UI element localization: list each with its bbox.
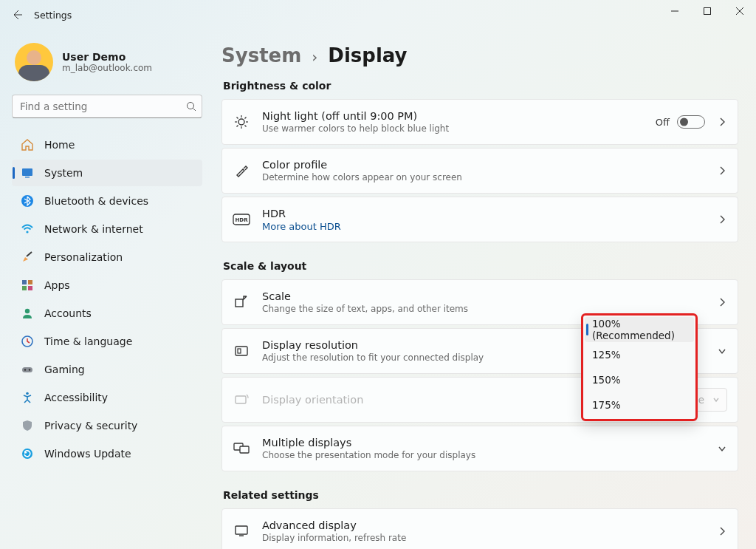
toggle-label: Off <box>656 117 670 128</box>
svg-text:HDR: HDR <box>235 217 248 223</box>
chevron-right-icon <box>717 297 727 307</box>
svg-point-14 <box>29 369 30 370</box>
toggle-switch[interactable] <box>677 115 705 129</box>
chevron-down-icon <box>717 443 727 454</box>
wifi-icon <box>21 222 34 236</box>
resolution-icon <box>233 343 250 359</box>
sidebar-item-label: System <box>44 167 83 179</box>
svg-point-15 <box>26 392 29 395</box>
sync-icon <box>21 447 34 460</box>
paintbrush-icon <box>21 250 34 264</box>
sidebar-item-label: Gaming <box>44 364 85 375</box>
dropdown-option[interactable]: 150% <box>585 367 694 392</box>
card-multiple-displays[interactable]: Multiple displays Choose the presentatio… <box>221 426 738 471</box>
monitor-icon <box>233 523 250 539</box>
svg-rect-20 <box>236 299 243 307</box>
home-icon <box>21 138 34 151</box>
svg-rect-9 <box>28 286 32 290</box>
card-title: Display orientation <box>262 394 630 406</box>
svg-rect-21 <box>236 347 247 355</box>
minimize-button[interactable] <box>659 0 691 22</box>
sidebar-item-label: Privacy & security <box>44 420 137 432</box>
section-brightness-color: Brightness & color <box>223 80 738 92</box>
chevron-right-icon <box>717 526 727 536</box>
back-button[interactable] <box>4 2 30 27</box>
avatar <box>15 43 53 81</box>
sidebar-item-accessibility[interactable]: Accessibility <box>12 384 202 411</box>
card-subtitle: Determine how colors appear on your scre… <box>262 172 705 183</box>
card-subtitle: Use warmer colors to help block blue lig… <box>262 123 644 134</box>
sidebar-item-accounts[interactable]: Accounts <box>12 300 202 327</box>
night-light-icon <box>233 114 250 130</box>
gamepad-icon <box>21 363 34 376</box>
svg-point-10 <box>25 309 30 313</box>
chevron-right-icon <box>717 166 727 176</box>
apps-icon <box>21 279 34 292</box>
svg-point-13 <box>24 369 26 370</box>
sidebar-item-apps[interactable]: Apps <box>12 272 202 299</box>
multi-display-icon <box>233 441 250 456</box>
svg-point-5 <box>26 231 28 233</box>
chevron-right-icon: › <box>312 48 317 66</box>
close-button[interactable] <box>724 0 756 22</box>
scale-icon <box>233 294 250 310</box>
section-scale-layout: Scale & layout <box>223 260 738 272</box>
svg-point-17 <box>238 119 244 125</box>
chevron-down-icon <box>717 346 727 356</box>
sidebar-item-label: Personalization <box>44 251 123 263</box>
card-subtitle: Choose the presentation mode for your di… <box>262 450 705 460</box>
card-night-light[interactable]: Night light (off until 9:00 PM) Use warm… <box>221 99 738 145</box>
sidebar-item-label: Home <box>44 139 75 151</box>
breadcrumb-parent[interactable]: System <box>221 44 301 67</box>
chevron-down-icon <box>712 395 721 404</box>
dropdown-option[interactable]: 175% <box>585 392 694 417</box>
svg-rect-23 <box>236 396 246 403</box>
breadcrumb-current: Display <box>328 44 407 67</box>
sidebar-item-bluetooth[interactable]: Bluetooth & devices <box>12 188 202 214</box>
search-icon <box>186 101 196 112</box>
sidebar-item-label: Apps <box>44 279 70 291</box>
card-subtitle: Display information, refresh rate <box>262 533 705 543</box>
chevron-right-icon <box>717 117 727 127</box>
scale-dropdown[interactable]: 100% (Recommended) 125% 150% 175% <box>581 313 698 421</box>
user-profile[interactable]: User Demo m_lab@outlook.com <box>15 43 202 81</box>
person-icon <box>21 307 34 320</box>
sidebar-item-label: Accounts <box>44 307 92 319</box>
svg-rect-22 <box>238 349 241 353</box>
search-input[interactable] <box>12 95 202 118</box>
card-title: Night light (off until 9:00 PM) <box>262 110 644 122</box>
breadcrumb: System › Display <box>221 44 738 67</box>
card-subtitle: Change the size of text, apps, and other… <box>262 304 705 314</box>
sidebar-item-gaming[interactable]: Gaming <box>12 356 202 383</box>
sidebar-item-windows-update[interactable]: Windows Update <box>12 440 202 467</box>
card-title: Color profile <box>262 159 705 171</box>
hdr-more-link[interactable]: More about HDR <box>262 221 705 232</box>
card-title: Advanced display <box>262 519 705 531</box>
card-advanced-display[interactable]: Advanced display Display information, re… <box>221 508 738 549</box>
svg-rect-7 <box>28 280 32 284</box>
card-color-profile[interactable]: Color profile Determine how colors appea… <box>221 148 738 194</box>
sidebar-nav: Home System Bluetooth & devices Network … <box>12 132 202 467</box>
svg-rect-8 <box>22 286 27 290</box>
dropdown-option[interactable]: 100% (Recommended) <box>585 317 694 342</box>
card-hdr[interactable]: HDR HDR More about HDR <box>221 197 738 242</box>
search-box[interactable] <box>12 95 202 118</box>
section-related: Related settings <box>223 489 738 501</box>
sidebar-item-label: Windows Update <box>44 448 131 460</box>
window-title: Settings <box>34 10 72 21</box>
dropdown-option[interactable]: 125% <box>585 342 694 367</box>
accessibility-icon <box>21 391 34 404</box>
sidebar-item-system[interactable]: System <box>12 160 202 186</box>
night-light-toggle[interactable]: Off <box>656 115 705 129</box>
sidebar-item-personalization[interactable]: Personalization <box>12 244 202 270</box>
svg-rect-2 <box>22 168 32 176</box>
sidebar-item-privacy[interactable]: Privacy & security <box>12 412 202 439</box>
svg-rect-6 <box>22 280 27 284</box>
sidebar-item-network[interactable]: Network & internet <box>12 216 202 242</box>
bluetooth-icon <box>21 194 34 208</box>
sidebar-item-home[interactable]: Home <box>12 132 202 158</box>
sidebar-item-time-language[interactable]: Time & language <box>12 328 202 355</box>
orientation-icon <box>233 392 250 408</box>
sidebar-item-label: Network & internet <box>44 223 143 235</box>
maximize-button[interactable] <box>691 0 724 22</box>
